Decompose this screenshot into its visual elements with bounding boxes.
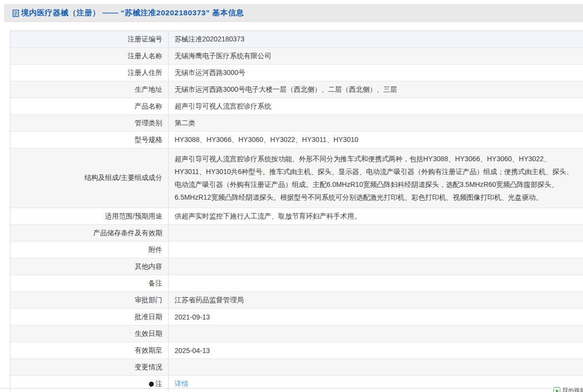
row-label-text: 批准日期 [135,313,162,321]
row-value-text: 第二类 [175,119,195,128]
note-details-link[interactable]: 详情 [175,380,188,389]
row-value: 超声引导可视人流宫腔诊疗系统 [168,98,583,114]
registration-info-table: 注册证编号 苏械注准20202180373 注册人名称 无锡海鹰电子医疗系统有限… [10,31,583,392]
row-label: 审批部门 [10,292,168,308]
row-label: 变更情况 [10,359,168,375]
row-label: 结构及组成/主要组成成分 [10,148,168,208]
row-label-text: 产品名称 [135,102,162,111]
row-label-text: 备注 [148,279,162,288]
table-row-change-status: 变更情况 [10,359,583,376]
document-icon [12,9,19,17]
row-value [168,242,583,258]
page-title: 境内医疗器械（注册） —— “苏械注准20202180373” 基本信息 [12,8,244,18]
table-row-management-category: 管理类别 第二类 [10,115,583,132]
row-value [168,225,583,241]
row-label-text: 生产地址 [135,85,162,94]
video-widget[interactable]: 我的视频 [551,385,583,392]
row-label-text: 注册证编号 [128,35,162,44]
row-value-text: 供超声实时监控下施行人工流产、取放节育环妇产科手术用。 [175,212,361,221]
table-row-effective-date: 生效日期 [10,325,583,342]
row-label: 适用范围/预期用途 [10,208,168,224]
row-value: 江苏省药品监督管理局 [168,292,583,308]
row-label: 批准日期 [10,309,168,325]
row-value: HY3088、HY3066、HY3060、HY3022、HY3011、HY301… [168,132,583,148]
row-value: 2025-04-13 [168,342,583,358]
row-value-text: HY3088、HY3066、HY3060、HY3022、HY3011、HY301… [175,136,359,144]
row-value: 无锡海鹰电子医疗系统有限公司 [168,48,583,64]
table-row-product-name: 产品名称 超声引导可视人流宫腔诊疗系统 [10,98,583,115]
row-value: 第二类 [168,115,583,131]
row-label: 其他内容 [10,258,168,275]
table-row-registrant-name: 注册人名称 无锡海鹰电子医疗系统有限公司 [10,48,583,65]
table-row-attachments: 附件 [10,242,583,258]
row-value-text: 无锡市运河西路3000号电子大楼一层（西北侧）、二层（西北侧）、三层 [175,85,397,94]
row-label-text: 型号规格 [135,136,162,144]
table-row-valid-until: 有效期至 2025-04-13 [10,342,583,359]
video-play-icon [553,387,560,392]
row-label-text: 其他内容 [135,262,162,271]
video-widget-label: 我的视频 [562,387,583,392]
row-value-text: 超声引导可视人流宫腔诊疗系统按功能、外形不同分为推车式和便携式两种，包括HY30… [175,152,573,204]
row-label-text: 注 [155,380,162,389]
row-value-text: 2021-09-13 [175,313,210,321]
table-row-structure-composition: 结构及组成/主要组成成分 超声引导可视人流宫腔诊疗系统按功能、外形不同分为推车式… [10,148,583,208]
table-row-production-address: 生产地址 无锡市运河西路3000号电子大楼一层（西北侧）、二层（西北侧）、三层 [10,81,583,98]
row-label-text: 适用范围/预期用途 [105,212,162,221]
row-label: 注册人名称 [10,48,168,64]
row-value: 无锡市运河西路3000号 [168,65,583,81]
row-label-text: 管理类别 [135,119,162,128]
row-value: 无锡市运河西路3000号电子大楼一层（西北侧）、二层（西北侧）、三层 [168,81,583,98]
row-label: 型号规格 [10,132,168,148]
row-label: 生产地址 [10,81,168,98]
row-value-text: 苏械注准20202180373 [175,35,245,44]
table-row-registrant-address: 注册人住所 无锡市运河西路3000号 [10,65,583,81]
row-label: 产品名称 [10,98,168,114]
row-label: 注 [10,376,168,392]
row-value-text: 超声引导可视人流宫腔诊疗系统 [175,102,271,111]
table-row-intended-use: 适用范围/预期用途 供超声实时监控下施行人工流产、取放节育环妇产科手术用。 [10,208,583,225]
row-label-text: 结构及组成/主要组成成分 [84,174,162,182]
row-value-text: 无锡市运河西路3000号 [175,69,245,77]
bottom-divider [0,388,583,389]
table-row-storage-conditions: 产品储存条件及有效期 [10,225,583,242]
row-label-text: 注册人住所 [128,69,162,77]
row-value [168,325,583,342]
row-label: 备注 [10,275,168,291]
table-row-approval-date: 批准日期 2021-09-13 [10,309,583,325]
row-label: 注册证编号 [10,31,168,47]
row-value-text: 2025-04-13 [175,347,210,355]
table-row-other-content: 其他内容 [10,258,583,275]
row-label: 注册人住所 [10,65,168,81]
row-label-text: 附件 [148,246,162,254]
row-label-text: 有效期至 [135,346,162,355]
table-row-registration-number: 注册证编号 苏械注准20202180373 [10,31,583,48]
row-value: 超声引导可视人流宫腔诊疗系统按功能、外形不同分为推车式和便携式两种，包括HY30… [168,148,583,208]
page-header: 境内医疗器械（注册） —— “苏械注准20202180373” 基本信息 [4,4,583,22]
row-value: 供超声实时监控下施行人工流产、取放节育环妇产科手术用。 [168,208,583,224]
row-value: 详情 [168,376,583,392]
row-label-text: 注册人名称 [128,52,162,61]
row-value [168,258,583,275]
table-row-model-spec: 型号规格 HY3088、HY3066、HY3060、HY3022、HY3011、… [10,132,583,148]
row-label: 生效日期 [10,325,168,342]
table-row-note: 注 详情 [10,376,583,392]
row-value-text: 无锡海鹰电子医疗系统有限公司 [175,52,271,61]
table-row-remarks: 备注 [10,275,583,292]
row-label: 管理类别 [10,115,168,131]
row-value [168,275,583,291]
row-value: 苏械注准20202180373 [168,31,583,47]
row-label-text: 审批部门 [135,296,162,305]
row-label: 附件 [10,242,168,258]
balloon-icon [149,382,154,387]
page-title-text: 境内医疗器械（注册） —— “苏械注准20202180373” 基本信息 [21,8,244,18]
row-label: 产品储存条件及有效期 [10,225,168,241]
row-value: 2021-09-13 [168,309,583,325]
table-row-approval-department: 审批部门 江苏省药品监督管理局 [10,292,583,309]
row-value [168,359,583,375]
row-label-text: 生效日期 [135,329,162,338]
row-value-text: 江苏省药品监督管理局 [175,296,244,305]
row-label: 有效期至 [10,342,168,358]
row-label-text: 产品储存条件及有效期 [93,229,162,238]
row-label-text: 变更情况 [135,363,162,372]
